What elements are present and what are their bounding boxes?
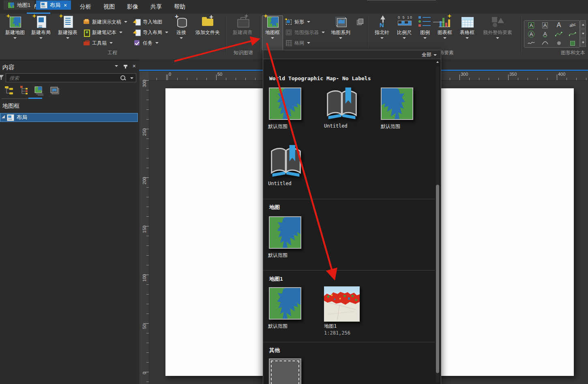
import-layout-button[interactable]: 导入布局 xyxy=(134,28,168,36)
gallery-item-map1[interactable] xyxy=(324,286,360,322)
grid-button[interactable]: 格网 xyxy=(285,39,310,47)
new-map-button[interactable]: 新建地图 xyxy=(3,15,27,50)
tab-map1[interactable]: 地图1 xyxy=(4,0,34,10)
curve-graphic-icon[interactable] xyxy=(569,32,576,37)
chevron-down-icon xyxy=(119,32,122,33)
gallery-scroll-up-button[interactable] xyxy=(580,20,586,29)
gallery-item-default-extent[interactable] xyxy=(269,216,301,249)
gallery-expand-button[interactable] xyxy=(580,38,586,47)
view-source-icon[interactable] xyxy=(19,85,30,96)
rectangle-text-icon[interactable]: A xyxy=(528,22,534,28)
close-icon[interactable]: × xyxy=(133,63,136,69)
gallery-item-empty-frame[interactable] xyxy=(269,358,301,384)
v-ruler-label: 250 xyxy=(142,128,147,137)
gallery-item-default-extent[interactable] xyxy=(269,287,301,320)
gallery-section-header: 地图1 xyxy=(269,275,283,283)
v-ruler-label: 300 xyxy=(142,79,147,88)
frame-text-icon[interactable]: A xyxy=(542,22,548,28)
rectangle-button[interactable]: 矩形 xyxy=(285,18,310,26)
table-frame-button[interactable]: 表格框 xyxy=(457,15,478,50)
group-separator xyxy=(367,16,368,53)
gallery-divider xyxy=(263,342,435,342)
chevron-down-icon[interactable] xyxy=(130,77,133,79)
curved-text-icon[interactable]: abc xyxy=(569,22,576,28)
new-presentation-button[interactable]: 新建演示文稿 xyxy=(83,18,127,26)
toolbox-button[interactable]: 工具箱 xyxy=(83,39,113,47)
chevron-down-icon xyxy=(433,54,437,56)
chevron-down-icon xyxy=(380,37,384,39)
search-box xyxy=(6,73,136,82)
new-layout-button[interactable]: 新建布局 xyxy=(29,15,53,50)
connect-button[interactable]: 连接 xyxy=(172,15,191,50)
filter-icon[interactable] xyxy=(0,75,4,80)
north-arrow-button[interactable]: N 指北针 xyxy=(371,15,393,50)
gallery-item-bookmark[interactable] xyxy=(268,144,304,179)
gallery-section-header: World Topographic Map- No Labels xyxy=(269,75,371,81)
new-map-icon xyxy=(8,15,22,28)
panel-chevron-down-icon[interactable] xyxy=(115,65,118,67)
new-survey-button[interactable]: 新建调查 xyxy=(227,15,258,50)
chevron-down-icon xyxy=(339,37,342,39)
pin-icon[interactable] xyxy=(125,65,126,68)
chevron-down-icon xyxy=(423,37,427,39)
tasks-button[interactable]: 任务 xyxy=(134,39,159,47)
layout-icon xyxy=(40,2,47,9)
legend-icon xyxy=(418,15,432,28)
group-separator xyxy=(521,16,521,53)
map-series-button[interactable]: 地图系列 xyxy=(328,15,354,50)
polygon-graphic-icon[interactable] xyxy=(570,41,575,46)
scale-bar-button[interactable]: 0 5 10 比例尺 xyxy=(393,15,415,50)
gallery-scrollbar-thumb[interactable] xyxy=(436,185,439,373)
chevron-down-icon xyxy=(322,32,325,33)
tab-layout[interactable]: 布局 × xyxy=(36,0,71,10)
view-map-series-icon[interactable] xyxy=(49,85,60,96)
chevron-down-icon xyxy=(443,37,446,39)
map1-scale: 1:281,256 xyxy=(324,330,350,336)
contents-item-layout[interactable]: 布局 xyxy=(0,113,138,122)
gallery-item-default-extent[interactable] xyxy=(381,87,413,120)
menu-item[interactable]: 分析 xyxy=(74,0,97,14)
map-frame-button[interactable]: 地图框 xyxy=(263,15,282,50)
search-input[interactable] xyxy=(9,74,116,82)
extent-indicator-button[interactable]: 范围指示器 xyxy=(285,28,325,36)
add-folder-button[interactable]: 添加文件夹 xyxy=(191,15,224,50)
menu-item[interactable]: 影像 xyxy=(121,0,144,14)
freehand-graphic-icon[interactable] xyxy=(528,41,535,46)
chevron-down-icon xyxy=(66,37,69,39)
view-layout-icon[interactable] xyxy=(34,85,45,96)
new-report-button[interactable]: 新建报表 xyxy=(56,15,79,50)
gallery-scroll-up-icon[interactable] xyxy=(436,61,439,63)
line-graphic-icon[interactable] xyxy=(555,32,562,37)
toolbox-icon xyxy=(83,40,90,46)
circle-text-icon[interactable]: A xyxy=(528,31,535,38)
callout-text-icon[interactable]: A xyxy=(543,31,548,37)
gallery-filter-dropdown[interactable]: 全部 xyxy=(422,51,437,58)
gallery-scroll-down-button[interactable] xyxy=(580,29,586,38)
menu-item[interactable]: 视图 xyxy=(97,0,121,14)
point-graphic-icon[interactable] xyxy=(557,41,561,45)
gallery-section-header: 其他 xyxy=(269,347,280,354)
menu-item[interactable]: 共享 xyxy=(144,0,168,14)
new-report-icon xyxy=(60,15,75,28)
add-folder-icon xyxy=(200,15,215,28)
chevron-down-icon xyxy=(307,42,310,44)
arc-graphic-icon[interactable] xyxy=(541,41,549,46)
new-notebook-button[interactable]: 新建笔记本 xyxy=(83,28,122,36)
extent-indicator-icon xyxy=(285,29,292,36)
expand-icon[interactable] xyxy=(2,115,5,118)
gallery-item-bookmark[interactable] xyxy=(324,87,360,122)
copy-pages-icon[interactable] xyxy=(357,19,364,25)
close-tab-icon[interactable]: × xyxy=(64,2,67,9)
search-icon[interactable] xyxy=(120,75,125,80)
gallery-item-default-extent[interactable] xyxy=(269,87,301,120)
chart-frame-button[interactable]: 图表框 xyxy=(435,15,455,50)
import-map-button[interactable]: 导入地图 xyxy=(134,18,162,26)
menu-bar: 工程布局插入分析视图影像共享帮助 xyxy=(0,0,588,14)
text-icon[interactable]: A xyxy=(557,22,561,28)
extra-surrounds-button[interactable]: 额外整饰要素 xyxy=(479,15,516,50)
legend-button[interactable]: 图例 xyxy=(416,15,434,50)
menu-item[interactable]: 帮助 xyxy=(168,0,191,14)
h-ruler-label: 50 xyxy=(217,72,222,77)
view-drawing-order-icon[interactable] xyxy=(4,85,15,96)
gallery-section-header: 地图 xyxy=(269,204,280,211)
